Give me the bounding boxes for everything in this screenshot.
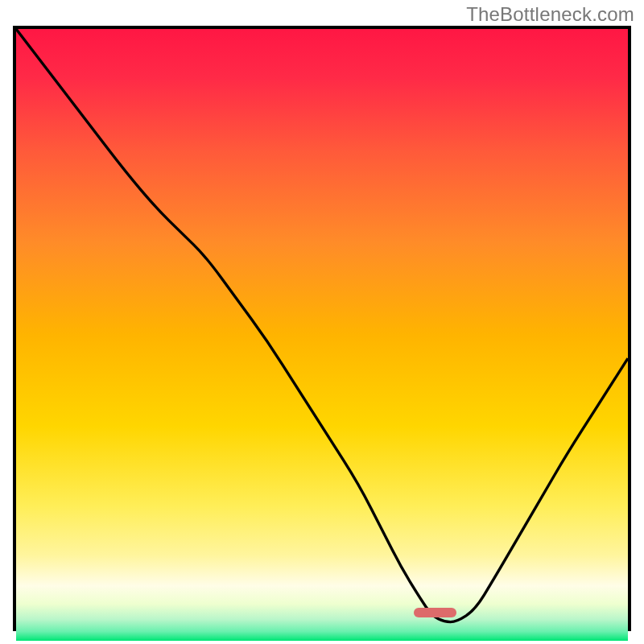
watermark-text: TheBottleneck.com xyxy=(466,3,634,26)
chart-container: TheBottleneck.com xyxy=(0,0,644,644)
optimal-zone-marker xyxy=(414,608,456,617)
bottleneck-curve xyxy=(16,29,628,628)
chart-frame xyxy=(13,26,631,631)
curve-path xyxy=(16,29,628,622)
